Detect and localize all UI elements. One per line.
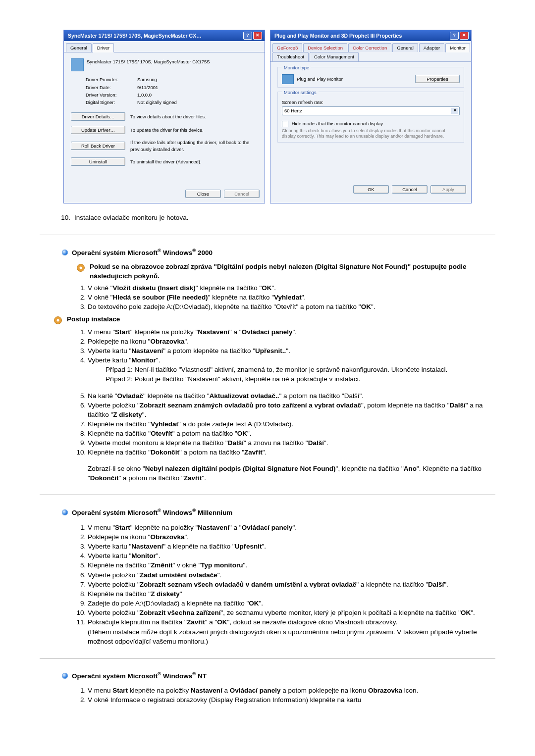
winme-heading: Operační systém Microsoft® Windows® Mill… (62, 507, 485, 517)
list-item: Vyberte model monitoru a klepněte na tla… (88, 438, 485, 448)
digsig-steps-list: V okně "Vložit disketu (Insert disk)" kl… (67, 283, 485, 311)
svg-point-1 (80, 267, 82, 269)
monitor-glyph-icon (282, 74, 294, 84)
cancel-button-2[interactable]: Cancel (392, 185, 428, 194)
list-item: V menu "Start" klepněte na položky "Nast… (88, 327, 485, 337)
list-item: V menu "Start" klepněte na položky "Nast… (88, 523, 485, 532)
tab-general2[interactable]: General (392, 43, 418, 52)
version-label: Driver Version: (86, 92, 130, 98)
close-x-button-2[interactable]: ✕ (460, 32, 469, 40)
list-item: Vyberte kartu "Nastavení" a klepněte na … (88, 542, 485, 551)
list-item: Na kartě "Ovladač" klepněte na tlačítko … (88, 391, 485, 401)
list-item: Vyberte kartu "Monitor". Případ 1: Není-… (88, 355, 485, 384)
dsnf-note: Zobrazí-li se okno "Nebyl nalezen digitá… (88, 464, 485, 483)
bullet-icon (62, 673, 68, 679)
close-x-button[interactable]: ✕ (253, 32, 262, 40)
list-item: V okně "Hledá se soubor (File needed)" k… (88, 293, 485, 302)
rollback-driver-button[interactable]: Roll Back Driver (71, 142, 125, 150)
section-divider (40, 235, 495, 235)
winnt-heading: Operační systém Microsoft® Windows® NT (62, 670, 485, 681)
update-driver-button[interactable]: Update Driver… (71, 126, 125, 134)
svg-point-3 (57, 319, 59, 321)
tab-driver[interactable]: Driver (93, 43, 114, 52)
list-item: V okně Informace o registraci obrazovky … (88, 695, 485, 705)
list-item: Klepněte na tlačítko "Otevřít" a potom n… (88, 429, 485, 438)
refresh-rate-value: 60 Hertz (284, 107, 302, 114)
group-monitor-settings: Monitor settings (282, 90, 319, 96)
hide-modes-label: Hide modes that this monitor cannot disp… (292, 121, 383, 126)
list-item: Klepněte na tlačítko "Vyhledat" a do pol… (88, 419, 485, 429)
tab-adapter[interactable]: Adapter (419, 43, 444, 52)
list-item: Vyberte kartu "Monitor". (88, 551, 485, 560)
list-item: Vyberte položku "Zobrazit seznam známých… (88, 401, 485, 419)
tab-general[interactable]: General (66, 43, 92, 52)
refresh-rate-dropdown[interactable]: 60 Hertz ▾ (282, 106, 460, 115)
list-item: Vyberte položku "Zobrazit seznam všech o… (88, 580, 485, 589)
winnt-list: V menu Start klepněte na položky Nastave… (67, 686, 485, 705)
list-item: Pokračujte klepnutím na tlačítka "Zavřít… (88, 617, 485, 646)
list-item: Zadejte do pole A:\(D:\ovladač) a klepně… (88, 599, 485, 608)
help-button-2[interactable]: ? (450, 32, 459, 40)
postup-list-cont: Na kartě "Ovladač" klepněte na tlačítko … (67, 391, 485, 457)
cancel-button: Cancel (224, 190, 260, 198)
signer-value: Not digitally signed (137, 99, 258, 105)
refresh-rate-label: Screen refresh rate: (282, 99, 460, 105)
digsig-intro: Pokud se na obrazovce zobrazí zpráva "Di… (90, 263, 467, 280)
list-item: Do textového pole zadejte A:(D:\Ovladač)… (88, 302, 485, 311)
monitor-type-value: Plug and Play Monitor (297, 76, 343, 81)
monitor-properties-button[interactable]: Properties (415, 75, 460, 83)
list-item: Klepněte na tlačítko "Z diskety" (88, 589, 485, 599)
list-item: Vyberte kartu "Nastavení" a potom klepně… (88, 346, 485, 355)
provider-label: Driver Provider: (86, 76, 130, 83)
list-item: V okně "Vložit disketu (Insert disk)" kl… (88, 283, 485, 293)
tab-troubleshoot[interactable]: Troubleshoot (272, 52, 309, 61)
dropdown-arrow-icon: ▾ (451, 108, 458, 114)
version-value: 1.0.0.0 (137, 92, 258, 98)
ok-button[interactable]: OK (353, 185, 389, 194)
list-item: Klepněte na tlačítko "Dokončit" a potom … (88, 448, 485, 457)
tab-geforce3[interactable]: GeForce3 (272, 43, 302, 52)
tab-monitor2[interactable]: Monitor (445, 43, 470, 52)
list-item: Klepněte na tlačítko "Změnit" v okně "Ty… (88, 560, 485, 570)
properties-dialogs-row: SyncMaster 171S/ 175S/ 170S, MagicSyncMa… (40, 30, 495, 203)
list-item: Poklepejte na ikonu "Obrazovka". (88, 337, 485, 346)
list-item: Poklepejte na ikonu "Obrazovka". (88, 532, 485, 542)
provider-value: Samsung (137, 76, 258, 83)
hide-modes-checkbox[interactable] (282, 121, 288, 127)
date-label: Driver Date: (86, 84, 130, 91)
details-desc: To view details about the driver files. (130, 113, 258, 120)
step-10-line: 10. Instalace ovladače monitoru je hotov… (59, 213, 495, 223)
group-monitor-type: Monitor type (282, 65, 311, 71)
uninstall-desc: To uninstall the driver (Advanced). (130, 158, 258, 165)
bullet-icon (62, 250, 68, 255)
tab-device-selection[interactable]: Device Selection (303, 43, 347, 52)
postup-list: V menu "Start" klepněte na položky "Nast… (67, 327, 485, 384)
model-name: SyncMaster 171S/ 175S/ 170S, MagicSyncMa… (87, 57, 210, 71)
gear-icon (76, 263, 86, 273)
tab-color-mgmt[interactable]: Color Management (310, 52, 359, 61)
help-button[interactable]: ? (243, 32, 252, 40)
close-button[interactable]: Close (185, 190, 221, 198)
dialog1-title: SyncMaster 171S/ 175S/ 170S, MagicSyncMa… (68, 32, 202, 40)
list-item: Vyberte položku "Zadat umístění ovladače… (88, 570, 485, 580)
winme-note: (Během instalace může dojít k zobrazení … (88, 628, 477, 645)
case-1: Případ 1: Není-li tlačítko "Vlastnosti" … (88, 365, 485, 374)
driver-details-button[interactable]: Driver Details… (71, 112, 125, 121)
postup-heading: Postup instalace (67, 315, 120, 324)
update-desc: To update the driver for this device. (130, 127, 258, 133)
section-divider (40, 495, 495, 495)
monitor-properties-dialog: Plug and Play Monitor and 3D Prophet III… (270, 30, 472, 203)
tab-color-correction[interactable]: Color Correction (348, 43, 391, 52)
apply-button: Apply (430, 185, 466, 194)
case-2: Případ 2: Pokud je tlačítko "Nastavení" … (88, 374, 485, 384)
win2000-heading: Operační systém Microsoft® Windows® 2000 (62, 247, 485, 257)
step-10-text: Instalace ovladače monitoru je hotova. (74, 213, 188, 223)
winme-list: V menu "Start" klepněte na položky "Nast… (67, 523, 485, 646)
list-item: Vyberte položku "Zobrazit všechna zaříze… (88, 608, 485, 617)
section-divider (40, 658, 495, 658)
driver-properties-dialog: SyncMaster 171S/ 175S/ 170S, MagicSyncMa… (63, 30, 265, 203)
signer-label: Digital Signer: (86, 99, 130, 105)
gear-icon (53, 315, 63, 325)
hide-modes-desc: Clearing this check box allows you to se… (282, 128, 460, 140)
uninstall-button[interactable]: Uninstall (71, 157, 125, 166)
